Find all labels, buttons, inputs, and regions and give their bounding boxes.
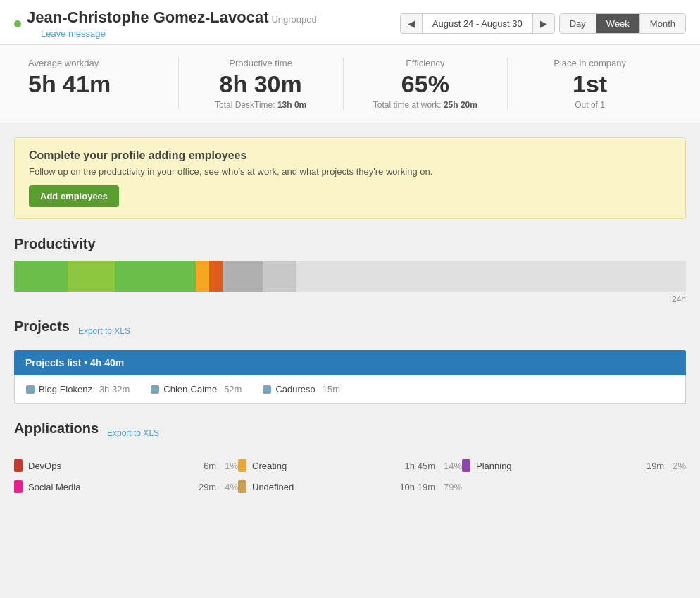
app-name-2: Planning xyxy=(476,461,641,471)
app-pct-4: 79% xyxy=(444,482,462,492)
projects-list-title: Projects list xyxy=(25,357,81,368)
applications-header: Applications Export to XLS xyxy=(14,421,686,445)
banner-description: Follow up on the productivity in your of… xyxy=(29,166,671,177)
header-user-block: Jean-Christophe Gomez-Lavocat Ungrouped … xyxy=(27,8,317,39)
project-color-0 xyxy=(26,385,35,394)
project-time-0: 3h 32m xyxy=(99,384,130,394)
prod-segment-7 xyxy=(296,261,673,292)
app-item-4: Undefined 10h 19m 79% xyxy=(238,476,462,497)
main-content: Complete your profile adding employees F… xyxy=(0,123,700,511)
next-date-btn[interactable]: ▶ xyxy=(533,14,554,33)
banner-title: Complete your profile adding employees xyxy=(29,149,671,162)
app-item-2: Planning 19m 2% xyxy=(462,455,686,476)
projects-header: Projects Export to XLS xyxy=(14,318,686,343)
app-name-0: DevOps xyxy=(28,461,198,471)
stat-value-1: 8h 30m xyxy=(193,71,329,97)
projects-export-link[interactable]: Export to XLS xyxy=(78,326,130,336)
project-color-1 xyxy=(151,385,159,394)
app-color-0 xyxy=(14,459,23,472)
stat-productive-time: Productive time 8h 30m Total DeskTime: 1… xyxy=(179,58,344,110)
productivity-time-label: 24h xyxy=(14,294,686,304)
app-time-3: 29m xyxy=(199,482,216,492)
productivity-bar xyxy=(14,261,686,292)
prod-segment-4 xyxy=(209,261,223,292)
project-name-0: Blog Elokenz xyxy=(39,384,92,394)
project-name-2: Cadureso xyxy=(275,384,315,394)
user-name: Jean-Christophe Gomez-Lavocat xyxy=(27,8,269,26)
stat-label-0: Average workday xyxy=(28,58,164,68)
view-btn-day[interactable]: Day xyxy=(560,14,596,33)
date-range: August 24 - August 30 xyxy=(422,14,533,33)
prod-segment-0 xyxy=(14,261,68,292)
project-item-0: Blog Elokenz 3h 32m xyxy=(26,384,130,394)
stat-label-3: Place in company xyxy=(522,58,658,68)
app-pct-2: 2% xyxy=(673,461,686,471)
app-time-2: 19m xyxy=(646,461,664,471)
app-time-0: 6m xyxy=(204,461,216,471)
leave-message-link[interactable]: Leave message xyxy=(41,28,317,39)
stat-value-0: 5h 41m xyxy=(28,71,164,97)
projects-title: Projects xyxy=(14,318,70,335)
stat-efficiency: Efficiency 65% Total time at work: 25h 2… xyxy=(344,58,508,110)
app-name-3: Social Media xyxy=(28,482,193,492)
app-item-3: Social Media 29m 4% xyxy=(14,476,238,497)
projects-items: Blog Elokenz 3h 32m Chien-Calme 52m Cadu… xyxy=(14,375,686,404)
app-time-4: 10h 19m xyxy=(399,482,435,492)
applications-grid: DevOps 6m 1% Creating 1h 45m 14% Plannin… xyxy=(14,455,686,497)
applications-section: Applications Export to XLS DevOps 6m 1% … xyxy=(14,421,686,497)
project-item-2: Cadureso 15m xyxy=(263,384,340,394)
view-btn-month[interactable]: Month xyxy=(640,14,685,33)
stat-sub-1: Total DeskTime: 13h 0m xyxy=(193,100,329,110)
project-name-1: Chien-Calme xyxy=(163,384,217,394)
prod-segment-3 xyxy=(196,261,209,292)
stat-sub-2: Total time at work: 25h 20m xyxy=(358,100,494,110)
project-time-1: 52m xyxy=(224,384,242,394)
stat-sub-3: Out of 1 xyxy=(522,100,658,110)
profile-banner: Complete your profile adding employees F… xyxy=(14,137,686,219)
app-pct-0: 1% xyxy=(225,461,238,471)
app-name-4: Undefined xyxy=(252,482,394,492)
header: Jean-Christophe Gomez-Lavocat Ungrouped … xyxy=(0,0,700,45)
app-pct-1: 14% xyxy=(444,461,462,471)
view-btn-week[interactable]: Week xyxy=(596,14,640,33)
projects-list-bullet: • xyxy=(84,357,90,368)
stat-label-1: Productive time xyxy=(193,58,329,68)
status-dot xyxy=(14,20,21,27)
stat-average-workday: Average workday 5h 41m xyxy=(28,58,179,110)
app-name-1: Creating xyxy=(252,461,399,471)
date-nav: ◀ August 24 - August 30 ▶ xyxy=(400,13,555,34)
app-color-2 xyxy=(462,459,470,472)
app-item-1: Creating 1h 45m 14% xyxy=(238,455,462,476)
projects-section: Projects Export to XLS Projects list • 4… xyxy=(14,318,686,404)
applications-export-link[interactable]: Export to XLS xyxy=(107,428,159,438)
app-item-0: DevOps 6m 1% xyxy=(14,455,238,476)
stat-value-2: 65% xyxy=(358,71,494,97)
header-left: Jean-Christophe Gomez-Lavocat Ungrouped … xyxy=(14,8,392,39)
stat-place-in-company: Place in company 1st Out of 1 xyxy=(508,58,672,110)
productivity-section: Productivity 24h xyxy=(14,236,686,304)
prod-segment-1 xyxy=(68,261,115,292)
app-color-1 xyxy=(238,459,246,472)
applications-title: Applications xyxy=(14,421,99,437)
add-employees-button[interactable]: Add employees xyxy=(29,185,119,207)
prod-segment-6 xyxy=(263,261,296,292)
app-color-3 xyxy=(14,480,23,493)
projects-list-duration: 4h 40m xyxy=(90,357,124,368)
prod-segment-2 xyxy=(115,261,195,292)
group-label: Ungrouped xyxy=(271,14,316,25)
app-time-1: 1h 45m xyxy=(405,461,435,471)
project-time-2: 15m xyxy=(323,384,340,394)
app-pct-3: 4% xyxy=(225,482,238,492)
stats-bar: Average workday 5h 41m Productive time 8… xyxy=(0,45,700,123)
prev-date-btn[interactable]: ◀ xyxy=(401,14,422,33)
stat-label-2: Efficiency xyxy=(358,58,494,68)
view-buttons: Day Week Month xyxy=(559,13,686,34)
project-color-2 xyxy=(263,385,271,394)
nav-controls: ◀ August 24 - August 30 ▶ Day Week Month xyxy=(400,13,686,34)
projects-list-bar: Projects list • 4h 40m xyxy=(14,350,686,375)
project-item-1: Chien-Calme 52m xyxy=(151,384,242,394)
stat-value-3: 1st xyxy=(522,71,658,97)
productivity-title: Productivity xyxy=(14,236,686,252)
app-color-4 xyxy=(238,480,246,493)
prod-segment-5 xyxy=(223,261,263,292)
